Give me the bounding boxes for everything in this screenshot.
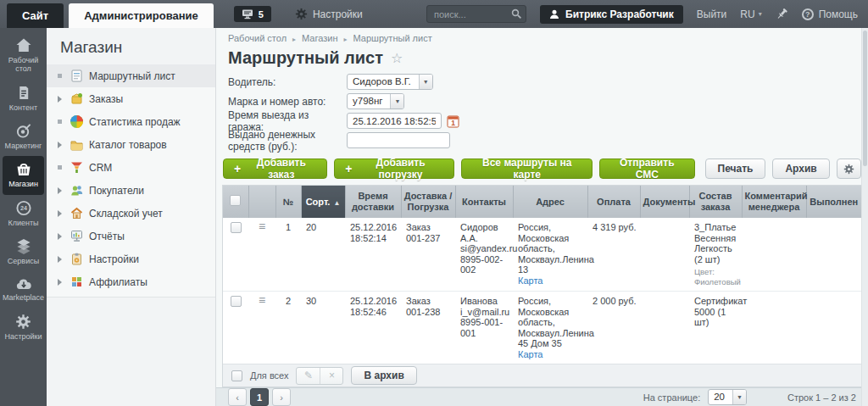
header-payment[interactable]: Оплата <box>587 186 640 218</box>
calendar-icon[interactable]: 1 <box>447 114 459 128</box>
sidebar-item-label: Маршрутный лист <box>89 70 175 82</box>
rail-item-content[interactable]: Контент <box>0 80 47 118</box>
rail-item-services[interactable]: Сервисы <box>0 233 47 271</box>
chevron-down-icon: ▼ <box>419 75 432 89</box>
row-delivery-time-cell: 25.12.2016 18:52:46 <box>345 292 401 364</box>
to-archive-button[interactable]: В архив <box>351 366 416 385</box>
bullet-icon <box>58 165 62 170</box>
sidebar-item-label: Статистика продаж <box>89 116 181 128</box>
all-routes-map-button[interactable]: Все маршруты на карте <box>461 159 593 179</box>
map-link[interactable]: Карта <box>518 349 542 359</box>
sidebar-item-crm[interactable]: CRM <box>47 156 215 179</box>
select-all-checkbox[interactable] <box>230 195 241 206</box>
breadcrumb-desktop[interactable]: Рабочий стол <box>228 33 302 43</box>
row-done-cell <box>806 292 861 364</box>
sidebar-item-warehouse[interactable]: Складской учет <box>47 202 215 225</box>
rail-item-settings[interactable]: Настройки <box>0 309 47 347</box>
notifications-count: 5 <box>259 9 264 19</box>
header-sort[interactable]: Сорт.▲ <box>301 186 345 218</box>
contact-phone: 8995-002-002 <box>460 254 508 275</box>
add-loading-button[interactable]: Добавить погрузку <box>334 159 454 179</box>
header-checkbox-cell <box>223 186 248 218</box>
row-order-items-cell: Сертификат 5000 (1 шт) <box>689 292 742 364</box>
prev-page-button[interactable] <box>228 388 247 406</box>
sidebar-item-route-list[interactable]: Маршрутный лист <box>47 64 215 87</box>
monitor-icon <box>242 8 253 19</box>
header-num[interactable]: № <box>275 186 301 218</box>
row-address-cell: Россия, Московская область, Москваул.Лен… <box>513 218 587 292</box>
header-delivery-loading[interactable]: Доставка / Погрузка <box>401 186 455 218</box>
for-all-checkbox[interactable] <box>231 370 242 381</box>
drag-handle-icon[interactable]: ≡ <box>259 220 265 233</box>
sidebar-item-shop-settings[interactable]: Настройки <box>47 247 215 270</box>
departure-input[interactable] <box>347 113 442 129</box>
rail-label: Marketplace <box>3 293 44 302</box>
row-sort-cell: 20 <box>301 218 345 292</box>
user-button[interactable]: Битрикс Разработчик <box>540 5 683 24</box>
per-page-select[interactable]: 20 ▼ <box>708 389 747 405</box>
sidebar-menu: Маршрутный лист Заказы Статистика продаж… <box>47 64 215 298</box>
pie-chart-icon <box>70 115 83 128</box>
archive-button[interactable]: Архив <box>772 159 829 179</box>
sidebar-item-reports[interactable]: Отчёты <box>47 225 215 247</box>
driver-label: Водитель: <box>228 76 347 88</box>
sidebar-filler <box>47 298 215 406</box>
drag-handle-icon[interactable]: ≡ <box>259 293 265 307</box>
sidebar-item-customers[interactable]: Покупатели <box>47 179 215 202</box>
map-link[interactable]: Карта <box>518 275 542 286</box>
question-icon: ? <box>802 8 814 20</box>
pin-icon[interactable] <box>776 8 788 20</box>
expand-arrow-icon <box>58 142 62 148</box>
gear-icon <box>295 8 308 20</box>
grid-settings-button[interactable] <box>837 159 861 179</box>
contact-email: si@yandex.ru <box>460 243 508 254</box>
header-contacts[interactable]: Контакты <box>455 186 513 218</box>
header-address[interactable]: Адрес <box>513 186 587 218</box>
pencil-icon: ✎ <box>304 370 313 381</box>
edit-button[interactable]: ✎ <box>297 368 320 384</box>
tab-site[interactable]: Сайт <box>7 3 64 28</box>
row-checkbox[interactable] <box>231 296 242 307</box>
header-documents[interactable]: Документы <box>640 186 689 218</box>
sidebar-item-orders[interactable]: Заказы <box>47 87 215 110</box>
header-done[interactable]: Выполнен <box>806 186 861 218</box>
basket-icon <box>15 161 32 177</box>
tab-admin[interactable]: Администрирование <box>69 3 214 28</box>
favorite-star-icon[interactable]: ☆ <box>391 50 403 66</box>
sidebar-item-sales-stats[interactable]: Статистика продаж <box>47 110 215 133</box>
expand-arrow-icon <box>58 279 62 286</box>
help-button[interactable]: ? Помощь <box>802 8 858 20</box>
send-sms-button[interactable]: Отправить СМС <box>599 159 694 179</box>
delete-button[interactable]: × <box>320 368 342 384</box>
sidebar-item-affiliates[interactable]: Аффилиаты <box>47 270 215 293</box>
driver-select[interactable]: Сидоров В.Г. ▼ <box>347 74 433 90</box>
topbar-settings[interactable]: Настройки <box>295 8 363 20</box>
home-icon <box>15 37 32 53</box>
rail-item-clients[interactable]: 24 Клиенты <box>0 195 47 233</box>
row-checkbox[interactable] <box>231 222 242 233</box>
rail-item-shop[interactable]: Магазин <box>3 156 44 194</box>
add-order-button[interactable]: Добавить заказ <box>223 159 327 179</box>
cloud-download-icon <box>15 276 32 291</box>
sidebar-item-label: CRM <box>89 162 112 174</box>
money-input[interactable] <box>347 132 450 148</box>
notifications-badge[interactable]: 5 <box>234 6 271 22</box>
scrollbar-thumb[interactable] <box>863 31 867 166</box>
header-manager-comment[interactable]: Комментарий менеджера <box>742 186 806 218</box>
page-1-button[interactable]: 1 <box>250 388 269 406</box>
rail-item-marketplace[interactable]: Marketplace <box>0 271 47 308</box>
clipboard-icon <box>70 253 83 265</box>
sidebar-item-label: Аффилиаты <box>89 276 147 288</box>
header-order-items[interactable]: Состав заказа <box>689 186 742 218</box>
warehouse-icon <box>70 207 83 220</box>
rail-item-marketing[interactable]: Маркетинг <box>0 118 47 156</box>
logout-link[interactable]: Выйти <box>697 8 727 20</box>
print-button[interactable]: Печать <box>705 159 766 179</box>
header-delivery-time[interactable]: Время доставки <box>345 186 401 218</box>
car-select[interactable]: у798нг ▼ <box>347 93 404 109</box>
next-page-button[interactable] <box>272 388 291 406</box>
rail-item-desktop[interactable]: Рабочий стол <box>0 32 47 80</box>
sidebar-item-catalog[interactable]: Каталог товаров <box>47 133 215 156</box>
language-switch[interactable]: RU ▾ <box>740 8 761 20</box>
breadcrumb-shop[interactable]: Магазин <box>302 33 353 43</box>
